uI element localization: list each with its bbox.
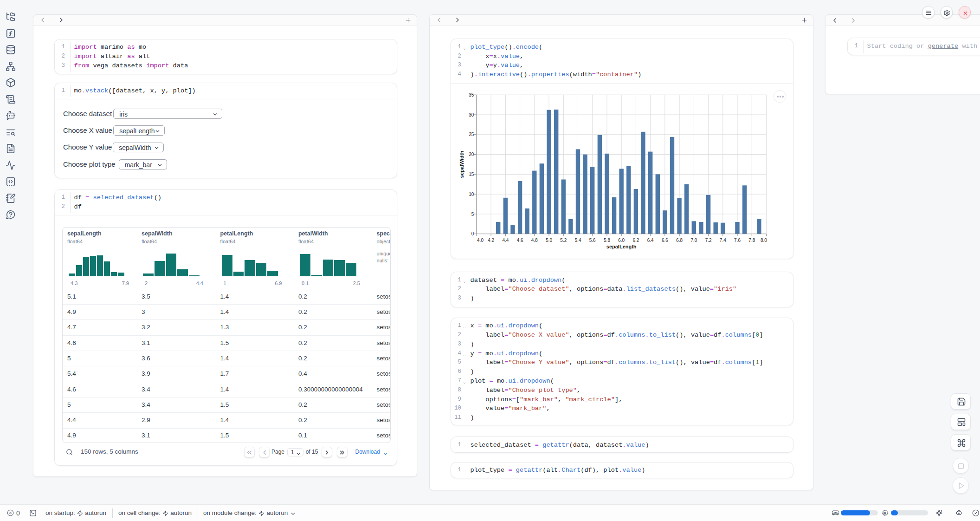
svg-text:6.6: 6.6 xyxy=(662,238,668,243)
svg-text:5.2: 5.2 xyxy=(560,238,567,243)
svg-text:35: 35 xyxy=(469,92,474,98)
svg-text:4.0: 4.0 xyxy=(477,238,484,243)
svg-text:6.8: 6.8 xyxy=(676,238,683,243)
svg-text:6.4: 6.4 xyxy=(647,238,654,243)
svg-text:5.4: 5.4 xyxy=(575,238,581,243)
svg-text:4.8: 4.8 xyxy=(531,238,538,243)
svg-text:10: 10 xyxy=(469,192,474,197)
svg-text:20: 20 xyxy=(469,152,474,157)
svg-text:5.8: 5.8 xyxy=(604,238,610,243)
svg-text:6.2: 6.2 xyxy=(632,238,639,243)
svg-text:6.0: 6.0 xyxy=(618,238,625,243)
svg-text:4.4: 4.4 xyxy=(502,238,509,243)
svg-text:7.6: 7.6 xyxy=(734,238,741,243)
svg-text:7.0: 7.0 xyxy=(690,238,697,243)
svg-text:sepalWidth: sepalWidth xyxy=(459,151,464,178)
svg-text:7.2: 7.2 xyxy=(705,238,712,243)
svg-text:5.6: 5.6 xyxy=(589,238,596,243)
svg-text:5.0: 5.0 xyxy=(546,238,552,243)
svg-text:sepalLength: sepalLength xyxy=(606,244,637,250)
svg-text:5: 5 xyxy=(471,212,474,217)
svg-text:15: 15 xyxy=(469,172,474,177)
svg-text:7.8: 7.8 xyxy=(748,238,755,243)
svg-text:25: 25 xyxy=(469,132,474,137)
svg-text:30: 30 xyxy=(469,112,474,117)
svg-text:0: 0 xyxy=(471,232,474,237)
svg-text:7.4: 7.4 xyxy=(720,238,726,243)
svg-text:4.6: 4.6 xyxy=(517,238,523,243)
svg-text:8.0: 8.0 xyxy=(761,238,767,243)
svg-text:4.2: 4.2 xyxy=(488,238,494,243)
